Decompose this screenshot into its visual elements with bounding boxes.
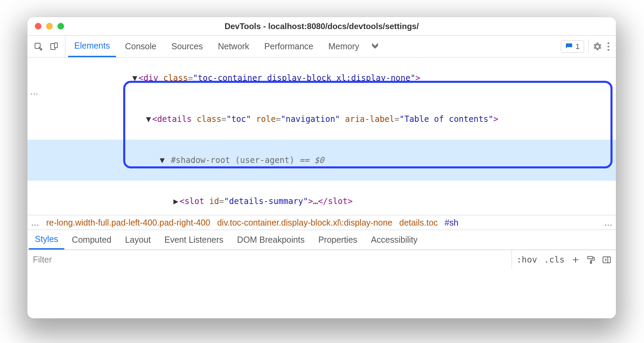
main-toolbar: Elements Console Sources Network Perform… [27, 36, 616, 58]
svg-rect-2 [54, 43, 57, 48]
toolbar-left-group [27, 36, 65, 57]
tab-console[interactable]: Console [119, 36, 163, 57]
svg-point-4 [607, 46, 609, 47]
subtab-accessibility[interactable]: Accessibility [365, 230, 424, 250]
styles-filter-tools: :hov .cls [512, 250, 616, 269]
tab-memory[interactable]: Memory [322, 36, 365, 57]
cls-toggle[interactable]: .cls [544, 255, 565, 265]
subtab-styles[interactable]: Styles [29, 230, 64, 250]
traffic-lights [27, 23, 64, 29]
kebab-menu-icon[interactable] [604, 42, 613, 51]
svg-rect-7 [590, 261, 592, 264]
dom-node-slot-summary[interactable]: ▶<slot id="details-summary">…</slot> [27, 181, 616, 215]
styles-subtabs: Styles Computed Layout Event Listeners D… [27, 230, 616, 250]
computed-sidebar-toggle-icon[interactable] [602, 255, 611, 264]
device-toolbar-icon[interactable] [49, 42, 59, 51]
tab-sources[interactable]: Sources [165, 36, 209, 57]
minimize-window-button[interactable] [46, 23, 53, 29]
window-titlebar: DevTools - localhost:8080/docs/devtools/… [27, 17, 616, 36]
breadcrumb-item[interactable]: div.toc-container.display-block.xl\:disp… [214, 218, 396, 228]
window-title: DevTools - localhost:8080/docs/devtools/… [27, 22, 616, 31]
styles-filter-row: :hov .cls [27, 250, 616, 269]
breadcrumb-scroll-left-icon[interactable]: … [27, 218, 43, 228]
panel-tabs: Elements Console Sources Network Perform… [65, 36, 561, 57]
breadcrumb-scroll-right-icon[interactable]: … [601, 218, 616, 228]
svg-rect-8 [603, 257, 610, 263]
svg-point-3 [607, 42, 609, 44]
dom-node-details[interactable]: ▼<details class="toc" role="navigation" … [27, 99, 616, 140]
new-style-rule-icon[interactable] [571, 256, 580, 264]
breadcrumb-item[interactable]: details.toc [396, 218, 441, 228]
close-window-button[interactable] [35, 23, 41, 29]
settings-icon[interactable] [593, 42, 602, 51]
inspect-element-icon[interactable] [34, 42, 43, 51]
dom-node-shadow-root[interactable]: ▼ #shadow-root (user-agent) == $0 [27, 140, 616, 181]
styles-filter-input[interactable] [27, 250, 512, 269]
dom-breadcrumbs[interactable]: … re-long.width-full.pad-left-400.pad-ri… [27, 215, 616, 230]
subtab-event-listeners[interactable]: Event Listeners [158, 230, 230, 250]
subtab-computed[interactable]: Computed [66, 230, 117, 250]
tab-elements[interactable]: Elements [68, 36, 116, 57]
more-tabs-icon[interactable] [370, 42, 380, 51]
subtab-dom-breakpoints[interactable]: DOM Breakpoints [231, 230, 311, 250]
paint-format-icon[interactable] [587, 255, 595, 264]
zoom-window-button[interactable] [57, 23, 64, 29]
toolbar-divider [588, 40, 589, 53]
devtools-window: DevTools - localhost:8080/docs/devtools/… [27, 17, 616, 318]
dom-node-div-toc-container[interactable]: ▼<div class="toc-container display-block… [27, 58, 616, 99]
breadcrumb-item[interactable]: re-long.width-full.pad-left-400.pad-righ… [43, 218, 214, 228]
dom-tree[interactable]: ⋯ ▼<div class="toc-container display-blo… [27, 58, 616, 215]
subtab-properties[interactable]: Properties [312, 230, 363, 250]
breadcrumb-item-partial[interactable]: #sh [441, 218, 458, 228]
svg-point-5 [607, 49, 609, 51]
issues-count: 1 [576, 42, 580, 51]
issues-button[interactable]: 1 [561, 40, 584, 53]
toolbar-right-group: 1 [561, 36, 616, 57]
subtab-layout[interactable]: Layout [119, 230, 157, 250]
svg-rect-6 [588, 256, 593, 259]
tab-network[interactable]: Network [212, 36, 256, 57]
tab-performance[interactable]: Performance [258, 36, 319, 57]
hov-toggle[interactable]: :hov [517, 255, 537, 265]
gutter-ellipsis-icon[interactable]: ⋯ [30, 87, 39, 101]
